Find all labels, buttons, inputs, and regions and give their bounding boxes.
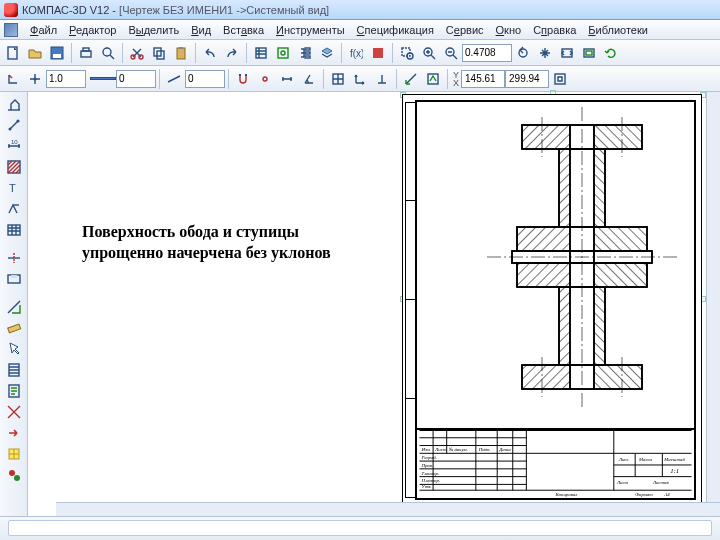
save-menu-icon[interactable] — [4, 23, 18, 37]
svg-text:Разраб.: Разраб. — [420, 455, 437, 460]
menu-libs[interactable]: Библиотеки — [582, 22, 654, 38]
svg-text:f(x): f(x) — [350, 48, 363, 59]
svg-rect-4 — [83, 48, 89, 51]
hatch-icon[interactable] — [3, 157, 25, 177]
snap-magnet-icon[interactable] — [233, 69, 253, 89]
paste-button[interactable] — [171, 43, 191, 63]
svg-rect-27 — [586, 51, 592, 55]
geom-line-icon[interactable] — [3, 94, 25, 114]
menu-edit[interactable]: Редактор — [63, 22, 122, 38]
ortho-button[interactable] — [3, 69, 23, 89]
lineweight-field[interactable]: 1.0 — [46, 70, 86, 88]
text-icon[interactable]: T — [3, 178, 25, 198]
grid-button[interactable] — [328, 69, 348, 89]
vars-button[interactable]: f(x) — [346, 43, 366, 63]
menu-view[interactable]: Вид — [185, 22, 217, 38]
svg-rect-72 — [517, 263, 570, 287]
zoomwin-button[interactable] — [397, 43, 417, 63]
snap-dim-icon[interactable] — [277, 69, 297, 89]
menu-insert[interactable]: Вставка — [217, 22, 270, 38]
svg-point-28 — [34, 77, 37, 80]
svg-rect-2 — [53, 54, 61, 58]
props-button[interactable] — [273, 43, 293, 63]
menu-service[interactable]: Сервис — [440, 22, 490, 38]
geom-point-icon[interactable] — [3, 115, 25, 135]
svg-rect-30 — [245, 74, 247, 76]
measure-icon[interactable] — [3, 318, 25, 338]
lib-icon[interactable] — [3, 444, 25, 464]
svg-text:Утв.: Утв. — [421, 484, 431, 489]
ucs-button[interactable] — [350, 69, 370, 89]
svg-rect-71 — [594, 227, 647, 251]
table-icon[interactable] — [3, 220, 25, 240]
layers-button[interactable] — [317, 43, 337, 63]
edit-trim-icon[interactable] — [3, 248, 25, 268]
line-style-button[interactable] — [164, 69, 184, 89]
zoomfit-button[interactable] — [557, 43, 577, 63]
cut-button[interactable] — [127, 43, 147, 63]
color-swatch[interactable] — [90, 77, 116, 80]
param-icon[interactable] — [3, 297, 25, 317]
zoomall-button[interactable] — [579, 43, 599, 63]
copy-button[interactable] — [149, 43, 169, 63]
svg-text:Подп.: Подп. — [478, 447, 491, 452]
svg-text:Масса: Масса — [638, 457, 653, 462]
svg-text:Лит.: Лит. — [618, 457, 629, 462]
refresh-button[interactable] — [601, 43, 621, 63]
open-button[interactable] — [25, 43, 45, 63]
print-button[interactable] — [76, 43, 96, 63]
canvas[interactable]: Поверхность обода и ступицы упрощенно на… — [28, 92, 720, 516]
zoomout-button[interactable] — [441, 43, 461, 63]
scrollbar-vertical[interactable] — [706, 92, 720, 502]
scrollbar-horizontal[interactable] — [56, 502, 720, 516]
coord-toggle-button[interactable] — [423, 69, 443, 89]
arrow-red-icon[interactable] — [3, 423, 25, 443]
perp-button[interactable] — [372, 69, 392, 89]
tree-button[interactable] — [295, 43, 315, 63]
coord-mode-button[interactable] — [550, 69, 570, 89]
spec-button[interactable] — [251, 43, 271, 63]
style-field[interactable]: 0 — [185, 70, 225, 88]
layer-field[interactable]: 0 — [116, 70, 156, 88]
new-button[interactable] — [3, 43, 23, 63]
menu-select[interactable]: Выделить — [122, 22, 185, 38]
menu-help[interactable]: Справка — [527, 22, 582, 38]
svg-rect-17 — [305, 56, 310, 58]
svg-rect-70 — [517, 227, 570, 251]
svg-rect-29 — [239, 74, 241, 76]
snap-angle-icon[interactable] — [299, 69, 319, 89]
roughness-icon[interactable] — [3, 199, 25, 219]
report-icon[interactable] — [3, 381, 25, 401]
stop-button[interactable] — [368, 43, 388, 63]
select-icon[interactable] — [3, 339, 25, 359]
svg-text:№ докум.: № докум. — [448, 447, 468, 452]
svg-rect-67 — [594, 125, 642, 149]
dim-linear-icon[interactable]: 10 — [3, 136, 25, 156]
svg-rect-15 — [305, 48, 310, 50]
aux-button[interactable] — [25, 69, 45, 89]
menu-spec[interactable]: Спецификация — [351, 22, 440, 38]
drawing-sheet: Изм Лист № докум. Подп. Дата Разраб. Про… — [402, 94, 702, 506]
undo-button[interactable] — [200, 43, 220, 63]
menu-tools[interactable]: Инструменты — [270, 22, 351, 38]
menu-file[interactable]: Файл — [24, 22, 63, 38]
insert-view-icon[interactable] — [3, 402, 25, 422]
edit-fillet-icon[interactable] — [3, 269, 25, 289]
pan-button[interactable] — [535, 43, 555, 63]
save-button[interactable] — [47, 43, 67, 63]
redo-button[interactable] — [222, 43, 242, 63]
svg-text:10: 10 — [11, 139, 18, 145]
titlebar: КОМПАС-3D V12 - [Чертеж БЕЗ ИМЕНИ1 ->Сис… — [0, 0, 720, 20]
zoomprev-button[interactable] — [513, 43, 533, 63]
menu-window[interactable]: Окно — [490, 22, 528, 38]
local-cs-button[interactable] — [401, 69, 421, 89]
plugin-icon[interactable] — [3, 465, 25, 485]
svg-rect-20 — [402, 48, 410, 56]
svg-text:1:1: 1:1 — [670, 467, 679, 474]
zoomin-button[interactable] — [419, 43, 439, 63]
zoom-field[interactable]: 0.4708 — [462, 44, 512, 62]
spec-icon[interactable] — [3, 360, 25, 380]
app-name: КОМПАС-3D V12 — [22, 4, 109, 16]
snap-point-icon[interactable] — [255, 69, 275, 89]
preview-button[interactable] — [98, 43, 118, 63]
